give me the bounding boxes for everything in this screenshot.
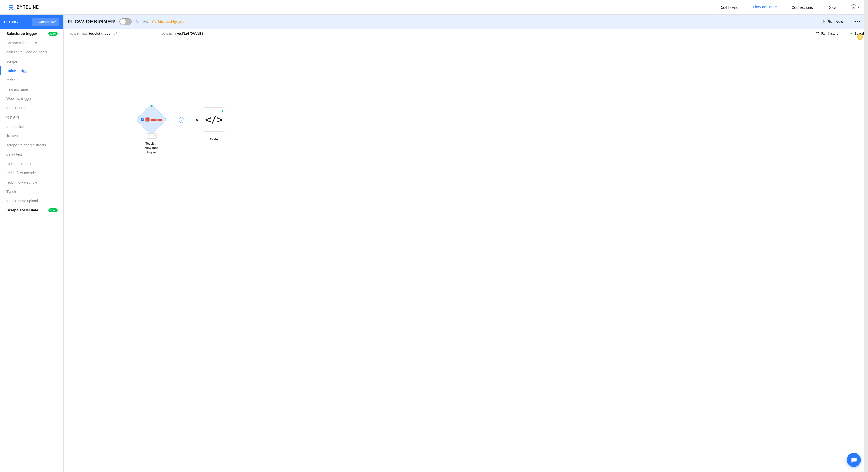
create-flow-button[interactable]: + Create flow (32, 18, 59, 26)
pencil-icon (148, 135, 150, 137)
page-scrollbar[interactable] (864, 0, 868, 472)
flow-list-item[interactable]: google drive upload (0, 196, 63, 206)
flow-list-item[interactable]: coin list to Google Sheets (0, 48, 63, 57)
flow-item-label: reddit flow nocode (6, 171, 36, 175)
flow-item-label: jira test (6, 134, 18, 138)
plus-icon: + (35, 20, 37, 24)
flow-item-label: reddit (6, 78, 16, 82)
flow-list-item[interactable]: reddit delete me (0, 159, 63, 168)
flow-list-item[interactable]: test API (0, 113, 63, 122)
flow-list-item[interactable]: reddit (0, 75, 63, 85)
status-stopped: Stopped by you (152, 20, 185, 24)
brand-name: BYTELINE (17, 5, 39, 9)
flow-id-value: nwsjNzGfDVVsBt (176, 32, 203, 35)
toggle-knob (120, 19, 126, 25)
nav-links: Dashboard Flow designer Connections Docs… (719, 0, 860, 14)
chat-icon (850, 457, 857, 463)
flow-list-item[interactable]: Salesforce triggerLive (0, 29, 63, 38)
flow-list-item[interactable]: jira test (0, 131, 63, 140)
connector-line (166, 120, 179, 120)
flow-list-item[interactable]: create clickup (0, 122, 63, 131)
flow-list-item[interactable]: scraper (0, 57, 63, 66)
flow-item-label: create clickup (6, 124, 29, 129)
run-now-button[interactable]: Run Now (819, 18, 847, 26)
flow-list-item[interactable]: google forms (0, 103, 63, 113)
designer-header: FLOW DESIGNER Not live Stopped by you Ru… (64, 15, 868, 29)
scrollbar-thumb[interactable] (865, 0, 868, 472)
create-flow-label: Create flow (38, 20, 56, 24)
nav-flow-designer[interactable]: Flow designer (753, 0, 777, 14)
nav-dashboard[interactable]: Dashboard (719, 1, 738, 14)
live-badge: Live (48, 32, 58, 36)
flow-item-label: Webflow trigger (6, 97, 32, 101)
check-icon (850, 32, 853, 35)
nav-connections[interactable]: Connections (792, 1, 813, 14)
flow-item-label: scraper (6, 59, 19, 64)
flow-item-label: Typeform (6, 190, 22, 194)
code-node[interactable]: </> Code (202, 107, 226, 141)
flow-list[interactable]: Salesforce triggerLiveScrape coin detail… (0, 29, 63, 472)
flow-item-label: new ascraper (6, 87, 28, 91)
flow-list-item[interactable]: Webflow trigger (0, 94, 63, 103)
code-node-box: </> (202, 107, 226, 132)
flow-list-item[interactable]: todoist trigger (0, 66, 63, 75)
flow-list-item[interactable]: Scrape social dataLive (0, 206, 63, 215)
flow-item-label: Scrape social data (6, 208, 38, 212)
flow-name-group: FLOW NAME: todoist trigger (68, 32, 117, 35)
designer-area: FLOW DESIGNER Not live Stopped by you Ru… (64, 15, 868, 472)
arrow-right-icon: ➤ (195, 117, 199, 123)
help-button[interactable]: ? (857, 34, 863, 40)
brand-logo[interactable]: BYTELINE (8, 4, 39, 10)
top-navigation: BYTELINE Dashboard Flow designer Connect… (0, 0, 868, 15)
svg-point-0 (853, 6, 854, 7)
code-node-label: Code (210, 137, 218, 141)
flow-meta-bar: FLOW NAME: todoist trigger FLOW ID: nwsj… (64, 29, 868, 38)
flow-id-label: FLOW ID: (160, 32, 173, 35)
chat-widget-button[interactable] (847, 453, 861, 467)
byteline-logo-icon (8, 4, 14, 10)
flow-item-label: google forms (6, 106, 27, 110)
node-connector: ➤ (166, 119, 203, 121)
wrench-icon (180, 119, 183, 122)
flow-list-item[interactable]: Typeform (0, 187, 63, 196)
trigger-node-content: todoist (136, 104, 167, 135)
history-icon (816, 32, 820, 35)
code-icon: </> (205, 114, 223, 125)
caret-down-icon: ▼ (858, 6, 860, 8)
flow-list-item[interactable]: reddit flow nocode (0, 168, 63, 178)
flow-name-label: FLOW NAME: (68, 32, 87, 35)
node-edit-button[interactable] (147, 134, 151, 138)
trigger-node-todoist[interactable]: todoist Todoist - New Task Trigger (136, 104, 167, 135)
flow-item-label: reddit flow webflow (6, 180, 37, 184)
sidebar-title: FLOWS (4, 20, 18, 24)
flow-name-value: todoist trigger (89, 32, 112, 35)
user-menu[interactable]: ▼ (851, 4, 860, 10)
flow-canvas[interactable]: todoist Todoist - New Task Trigger (64, 38, 868, 472)
flow-item-label: reddit delete me (6, 162, 32, 166)
flow-item-label: todoist trigger (6, 69, 31, 73)
flow-item-label: coin list to Google Sheets (6, 50, 48, 54)
status-not-live: Not live (136, 20, 148, 24)
live-badge: Live (48, 208, 58, 212)
flow-item-label: scraper to google sheets (6, 143, 46, 147)
flow-list-item[interactable]: delay test (0, 150, 63, 159)
flow-list-item[interactable]: reddit flow webflow (0, 178, 63, 187)
flow-item-label: google drive upload (6, 199, 38, 203)
connector-config-button[interactable] (179, 117, 184, 123)
nav-docs[interactable]: Docs (828, 1, 836, 14)
svg-marker-4 (823, 21, 826, 23)
info-icon (152, 20, 156, 24)
flow-item-label: test API (6, 115, 19, 119)
node-swap-button[interactable] (151, 134, 156, 138)
play-icon (823, 20, 826, 24)
flow-item-label: Scrape coin details (6, 41, 37, 45)
flow-list-item[interactable]: Scrape coin details (0, 38, 63, 48)
edit-icon[interactable] (114, 32, 117, 35)
flow-list-item[interactable]: new ascraper (0, 85, 63, 94)
run-history-button[interactable]: Run history (816, 32, 838, 35)
flow-list-item[interactable]: scraper to google sheets (0, 140, 63, 150)
live-toggle[interactable] (119, 18, 132, 25)
more-menu-button[interactable]: ••• (851, 17, 864, 27)
avatar-icon (851, 4, 857, 10)
todoist-logo-icon: todoist (141, 117, 162, 122)
